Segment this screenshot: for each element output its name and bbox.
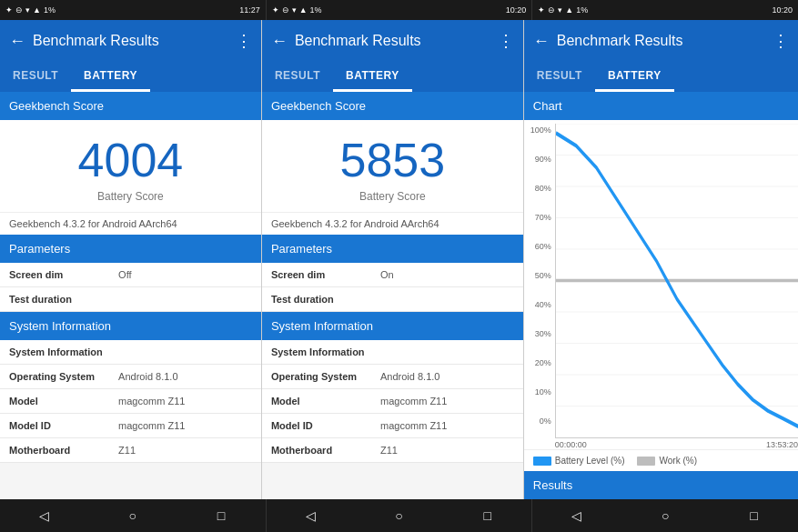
table-row: Motherboard Z11 [262,438,523,463]
chart-legend: Battery Level (%) Work (%) [524,449,798,471]
nav-home-3[interactable]: ○ [652,502,679,529]
sys-header-1: System Information [0,312,261,340]
nav-bar-1: ◁ ○ □ [0,499,267,532]
param-key-2-1: Test duration [271,294,380,305]
tab-result-1[interactable]: RESULT [0,62,71,92]
panel-2-tabs: RESULT BATTERY [262,62,523,92]
score-area-1: 4004 Battery Score [0,120,261,212]
table-row: Model magcomm Z11 [0,389,261,414]
back-button-3[interactable]: ← [533,32,550,51]
param-key-1-1: Test duration [9,294,118,305]
sys-val-1-3: magcomm Z11 [118,420,252,431]
geekbench-header-2: Geekbench Score [262,92,523,120]
status-time-3: 10:20 [772,5,793,15]
y-label: 90% [528,155,551,164]
nav-recents-1[interactable]: □ [207,502,235,529]
score-label-1: Battery Score [97,190,164,203]
tab-result-3[interactable]: RESULT [524,62,595,92]
panel-1-tabs: RESULT BATTERY [0,62,261,92]
panel-1: ← Benchmark Results ⋮ RESULT BATTERY Gee… [0,20,262,499]
sys-key-2-0: System Information [271,346,380,357]
status-bar-3: ✦ ⊖ ▾ ▲ 1% 10:20 [532,0,798,20]
info-text-2: Geekbench 4.3.2 for Android AArch64 [262,212,523,235]
legend-battery: Battery Level (%) [533,456,625,466]
sys-key-1-2: Model [9,396,118,407]
chart-x-labels: 00:00:00 13:53:20 [524,438,798,449]
tab-battery-1[interactable]: BATTERY [71,62,150,92]
table-row: Operating System Android 8.1.0 [262,365,523,389]
nav-recents-2[interactable]: □ [474,502,501,529]
nav-back-3[interactable]: ◁ [563,502,591,529]
menu-button-3[interactable]: ⋮ [773,31,789,51]
legend-battery-label: Battery Level (%) [555,456,625,466]
table-row: Model ID magcomm Z11 [262,414,523,438]
panel-3-tabs: RESULT BATTERY [524,62,798,92]
tab-battery-3[interactable]: BATTERY [595,62,674,92]
nav-home-2[interactable]: ○ [386,502,413,529]
score-number-2: 5853 [339,135,445,186]
back-button-2[interactable]: ← [271,32,288,51]
y-label: 80% [528,184,551,193]
param-val-2-0: On [380,269,514,280]
back-button-1[interactable]: ← [9,32,25,51]
table-row: Screen dim Off [0,263,261,287]
tab-result-2[interactable]: RESULT [262,62,333,92]
sys-val-2-1: Android 8.1.0 [380,371,514,382]
signal-icon-2: ▲ [299,5,308,15]
notif-icon-1: ⊖ [15,5,23,15]
sys-key-1-0: System Information [9,346,118,357]
panels-container: ← Benchmark Results ⋮ RESULT BATTERY Gee… [0,20,798,499]
panel-1-title: Benchmark Results [33,33,236,49]
status-time-1: 11:27 [239,5,260,15]
sys-val-1-1: Android 8.1.0 [118,371,252,382]
table-row: Screen dim On [262,263,523,287]
panel-3-header: ← Benchmark Results ⋮ [524,20,798,62]
nav-bar-3: ◁ ○ □ [532,499,798,532]
bt-icon-3: ✦ [538,5,545,15]
table-row: Motherboard Z11 [0,438,261,463]
chart-svg-area [555,124,798,438]
table-row: Model magcomm Z11 [262,389,523,414]
panel-3-title: Benchmark Results [557,33,773,49]
sys-val-2-0 [380,346,514,357]
nav-back-2[interactable]: ◁ [297,502,324,529]
y-label: 100% [528,125,551,135]
wifi-icon-1: ▾ [25,5,30,15]
table-row: Model ID magcomm Z11 [0,414,261,438]
status-bar-1: ✦ ⊖ ▾ ▲ 1% 11:27 [0,0,267,20]
sys-val-1-2: magcomm Z11 [118,396,252,407]
param-header-2: Parameters [262,235,523,263]
menu-button-2[interactable]: ⋮ [498,31,514,51]
chart-title: Chart [524,92,798,120]
menu-button-1[interactable]: ⋮ [236,31,252,51]
notif-icon-3: ⊖ [548,5,555,15]
signal-icon-1: ▲ [33,5,41,15]
param-val-2-1 [380,294,514,305]
nav-bar-2: ◁ ○ □ [267,499,533,532]
sys-val-2-2: magcomm Z11 [380,396,514,407]
score-number-1: 4004 [78,135,184,186]
battery-pct-2: 1% [310,5,322,15]
param-val-1-1 [118,294,252,305]
panel-2-title: Benchmark Results [295,33,498,49]
param-header-1: Parameters [0,235,261,263]
nav-recents-3[interactable]: □ [740,502,767,529]
panel-2: ← Benchmark Results ⋮ RESULT BATTERY Gee… [262,20,524,499]
sys-key-1-3: Model ID [9,420,118,431]
table-area-2: Screen dim On Test duration System Infor… [262,263,523,499]
panel-3: ← Benchmark Results ⋮ RESULT BATTERY Cha… [524,20,798,499]
bt-icon-1: ✦ [5,5,13,15]
sys-key-1-1: Operating System [9,371,118,382]
sys-val-1-0 [118,346,252,357]
nav-back-1[interactable]: ◁ [31,502,58,529]
nav-home-1[interactable]: ○ [119,502,146,529]
status-bars: ✦ ⊖ ▾ ▲ 1% 11:27 ✦ ⊖ ▾ ▲ 1% 10:20 ✦ ⊖ ▾ … [0,0,798,20]
sys-val-2-4: Z11 [380,445,514,456]
legend-work-label: Work (%) [659,456,696,466]
tab-battery-2[interactable]: BATTERY [333,62,412,92]
table-row: Operating System Android 8.1.0 [0,365,261,389]
sys-val-2-3: magcomm Z11 [380,420,514,431]
table-row: System Information [0,340,261,365]
sys-key-2-1: Operating System [271,371,380,382]
battery-pct-1: 1% [44,5,56,15]
